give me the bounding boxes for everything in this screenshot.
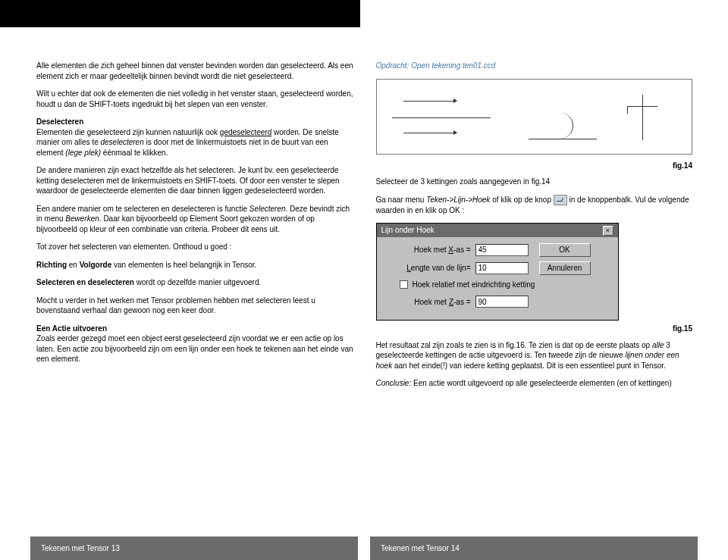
left-p5: Een andere manier om te selecteren en de… <box>36 204 353 235</box>
t: aan het einde(!) van iedere ketting gepl… <box>392 361 666 370</box>
dialog-title-bar: Lijn onder Hoek × <box>377 224 618 237</box>
t: Ga naar menu <box>376 196 427 204</box>
checkbox-hoek-relatief[interactable] <box>400 280 408 289</box>
right-p1: Selecteer de 3 kettingen zoals aangegeve… <box>376 177 693 187</box>
t: Zoals eerder gezegd moet een object eers… <box>36 334 353 363</box>
t: Selecteren en deselecteren <box>36 278 134 286</box>
t: wordt op dezelfde manier uitgevoerd. <box>134 278 261 286</box>
left-p2: Wilt u echter dat ook de elementen die n… <box>36 89 353 109</box>
t: Bewerken <box>65 214 99 223</box>
input-hoek-z[interactable] <box>475 296 529 308</box>
t: Conclusie: <box>376 379 412 387</box>
t: oek relatief met eindrichting ketting <box>418 280 535 289</box>
t: Richting <box>36 261 67 269</box>
heading-deselecteren: Deselecteren <box>36 117 83 126</box>
angle-line-icon[interactable] <box>554 195 567 205</box>
right-p4: Conclusie: Een actie wordt uitgevoerd op… <box>376 378 693 389</box>
t: -as = <box>453 246 471 254</box>
t: en <box>67 261 80 269</box>
left-p6: Tot zover het selecteren van elementen. … <box>36 242 353 252</box>
left-p8: Selecteren en deselecteren wordt op deze… <box>36 277 353 288</box>
t: H <box>413 280 418 289</box>
left-p4: De andere manieren zijn exact hetzelfde … <box>36 165 353 196</box>
heading-actie: Een Actie uitvoeren <box>36 324 107 333</box>
t: Selecteren <box>249 205 286 213</box>
t: van elementen is heel belangrijk in Tens… <box>111 261 256 269</box>
left-column: Alle elementen die zich geheel binnen da… <box>36 61 353 396</box>
t: X <box>448 246 453 254</box>
t: of klik op de knop <box>490 196 553 204</box>
right-p3: Het resultaat zal zijn zoals te zien is … <box>376 340 693 371</box>
left-p10: Een Actie uitvoeren Zoals eerder gezegd … <box>36 324 353 364</box>
page-columns: Alle elementen die zich geheel binnen da… <box>36 61 692 396</box>
t: Hoek met <box>414 246 449 254</box>
t: -as = <box>453 298 471 306</box>
dialog-lijn-onder-hoek: Lijn onder Hoek × Hoek met X-as = OK Len… <box>376 223 619 321</box>
t: alle <box>652 341 664 349</box>
right-p2: Ga naar menu Teken->Lijn->Hoek of klik o… <box>376 195 693 216</box>
input-hoek-x[interactable] <box>475 244 529 256</box>
left-p3: Deselecteren Elementen die geselecteerd … <box>36 117 353 158</box>
left-p7: Richting en Volgorde van elementen is he… <box>36 260 353 271</box>
footers: Tekenen met Tensor 13 Tekenen met Tensor… <box>0 537 728 560</box>
t: engte van de lijn= <box>411 264 471 272</box>
footer-left: Tekenen met Tensor 13 <box>30 537 358 560</box>
label-hoek-z: Hoek met Z-as = <box>384 297 475 308</box>
t: (lege plek) <box>65 149 101 157</box>
right-column: Opdracht: Open tekening ten01.ccd fig.14… <box>376 61 693 396</box>
t: Teken->Lijn->Hoek <box>426 196 490 204</box>
ok-button[interactable]: OK <box>539 243 591 257</box>
left-p1: Alle elementen die zich geheel binnen da… <box>36 61 353 81</box>
figure-14 <box>376 79 693 155</box>
close-icon[interactable]: × <box>603 226 613 236</box>
t: Elementen die geselecteerd zijn kunnen n… <box>36 128 220 136</box>
dialog-title: Lijn onder Hoek <box>381 225 435 236</box>
t: éénmaal te klikken. <box>101 149 168 157</box>
header-black-bar <box>0 0 360 27</box>
label-hoek-relatief: Hoek relatief met eindrichting ketting <box>413 280 535 290</box>
t: deselecteren <box>100 138 143 146</box>
input-lengte[interactable] <box>475 262 529 274</box>
assignment-text: Opdracht: Open tekening ten01.ccd <box>376 61 693 71</box>
t: gedeselecteerd <box>220 128 271 136</box>
t: Volgorde <box>80 261 112 269</box>
t: Een actie wordt uitgevoerd op alle gesel… <box>411 379 672 387</box>
t: Hoek met <box>414 298 449 306</box>
label-hoek-x: Hoek met X-as = <box>384 245 475 255</box>
fig14-caption: fig.14 <box>376 161 693 171</box>
left-p9: Mocht u verder in het werken met Tensor … <box>36 296 353 316</box>
label-lengte: Lengte van de lijn= <box>384 263 475 274</box>
annuleren-button[interactable]: Annuleren <box>539 261 591 275</box>
t: Het resultaat zal zijn zoals te zien is … <box>376 341 652 349</box>
t: Een andere manier om te selecteren en de… <box>36 205 249 213</box>
footer-right: Tekenen met Tensor 14 <box>370 537 698 560</box>
fig15-caption: fig.15 <box>376 324 693 334</box>
